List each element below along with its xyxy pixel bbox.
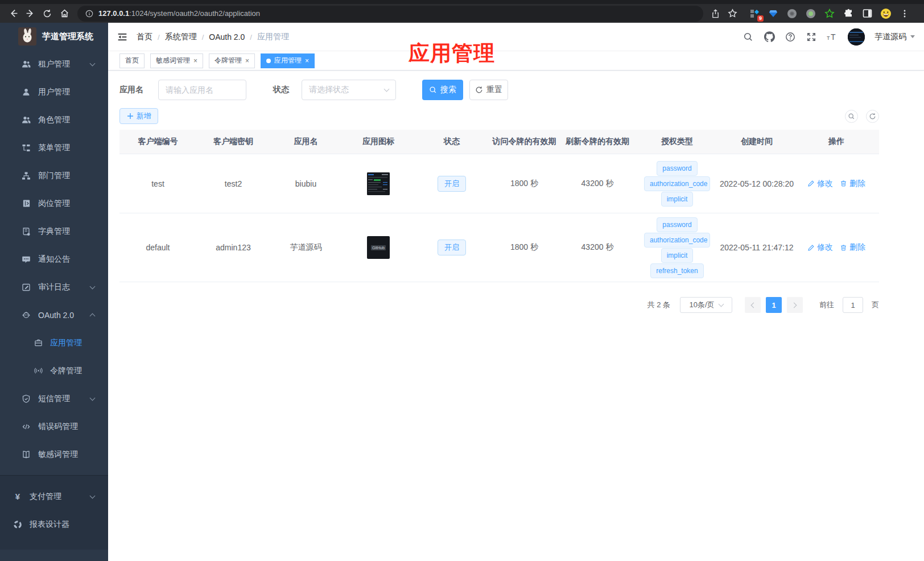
col-secret: 客户端密钥	[196, 137, 270, 147]
sidebar-item-role[interactable]: 角色管理	[0, 106, 108, 134]
sidebar-item-pay[interactable]: 支付管理	[0, 482, 108, 510]
sidebar-item-dept[interactable]: 部门管理	[0, 162, 108, 189]
user-avatar[interactable]	[848, 28, 865, 46]
search-button[interactable]: 搜索	[422, 80, 463, 100]
tab-application[interactable]: 应用管理 ×	[261, 53, 315, 68]
cell-secret: test2	[196, 179, 270, 188]
tab-home[interactable]: 首页	[119, 53, 145, 68]
grant-tag: password	[657, 217, 697, 232]
trash-icon	[840, 244, 847, 251]
tags-view: 首页 敏感词管理 × 令牌管理 × 应用管理 ×	[108, 51, 924, 71]
sidebar-item-menu[interactable]: 菜单管理	[0, 134, 108, 162]
app-logo-row[interactable]: 芋道管理系统	[0, 23, 108, 50]
log-edit-icon	[22, 283, 31, 292]
table-header-row: 客户端编号 客户端密钥 应用名 应用图标 状态 访问令牌的有效期 刷新令牌的有效…	[119, 130, 879, 154]
shield-check-icon	[22, 394, 31, 403]
browser-reload-icon[interactable]	[39, 6, 56, 22]
chevron-up-icon	[90, 313, 96, 319]
cell-access-ttl: 1800 秒	[488, 179, 560, 189]
tab-sensitive-word[interactable]: 敏感词管理 ×	[150, 53, 203, 68]
sidebar-item-oauth2-application[interactable]: 应用管理	[0, 329, 108, 357]
toggle-search-button[interactable]	[845, 110, 858, 123]
sidebar-item-post[interactable]: 岗位管理	[0, 189, 108, 217]
sidebar-item-sms[interactable]: 短信管理	[0, 385, 108, 412]
col-grant-types: 授权类型	[634, 137, 720, 147]
sidebar-item-oauth2[interactable]: OAuth 2.0	[0, 301, 108, 329]
main-area: 首页 系统管理 OAuth 2.0 应用管理 TT	[108, 23, 924, 561]
extension-gem-icon[interactable]	[768, 8, 779, 19]
emoji-extension-icon[interactable]	[880, 8, 892, 19]
address-bar[interactable]: 127.0.0.1:1024/system/oauth2/oauth2/appl…	[77, 6, 703, 22]
goto-page-input[interactable]	[843, 297, 863, 313]
close-icon[interactable]: ×	[245, 57, 249, 64]
sidebar-item-sensitive-word[interactable]: 敏感词管理	[0, 440, 108, 468]
sidebar-item-notice[interactable]: 通知公告	[0, 245, 108, 273]
status-tag: 开启	[438, 240, 466, 255]
prev-page-button[interactable]	[745, 297, 761, 313]
yen-icon	[13, 492, 22, 501]
sidebar-item-audit-log[interactable]: 审计日志	[0, 273, 108, 301]
fullscreen-icon[interactable]	[806, 31, 817, 43]
delete-button[interactable]: 删除	[840, 242, 865, 253]
browser-extensions: 9	[749, 8, 910, 19]
navbar-actions: TT 芋道源码	[742, 28, 915, 46]
breadcrumb-system[interactable]: 系统管理	[165, 32, 197, 42]
github-app-icon: GitHub	[367, 236, 390, 259]
sidebar-item-user[interactable]: 用户管理	[0, 78, 108, 106]
status-select[interactable]: 请选择状态	[302, 80, 396, 100]
browser-home-icon[interactable]	[56, 6, 73, 22]
extension-circle-icon[interactable]	[786, 8, 798, 19]
svg-text:T: T	[827, 35, 830, 40]
extension-dot-circle-icon[interactable]	[805, 8, 816, 19]
close-icon[interactable]: ×	[193, 57, 197, 64]
breadcrumb-oauth2[interactable]: OAuth 2.0	[209, 32, 245, 42]
sidebar-item-dict[interactable]: 字典管理	[0, 217, 108, 245]
bookmark-star-icon[interactable]	[724, 6, 741, 22]
user-icon	[22, 88, 31, 97]
sidebar-item-tenant[interactable]: 租户管理	[0, 50, 108, 78]
refresh-table-button[interactable]	[866, 110, 879, 123]
browser-back-icon[interactable]	[5, 6, 22, 22]
plus-icon	[127, 113, 134, 119]
app-name-input[interactable]	[158, 80, 246, 100]
chevron-down-icon	[90, 493, 96, 498]
font-size-icon[interactable]: TT	[827, 31, 838, 43]
breadcrumb-home[interactable]: 首页	[137, 32, 152, 42]
browser-forward-icon[interactable]	[22, 6, 39, 22]
edit-button[interactable]: 修改	[807, 179, 833, 189]
add-button[interactable]: 新增	[119, 108, 158, 124]
close-icon[interactable]: ×	[305, 57, 309, 64]
extension-puzzle-icon[interactable]	[843, 8, 854, 19]
current-page-button[interactable]: 1	[766, 297, 782, 313]
github-icon[interactable]	[764, 31, 775, 43]
sidebar-item-errorcode[interactable]: 错误码管理	[0, 412, 108, 440]
share-icon[interactable]	[707, 6, 724, 22]
cell-access-ttl: 1800 秒	[488, 242, 560, 253]
pagination: 共 2 条 10条/页 1 前往 页	[119, 297, 879, 313]
col-client-id: 客户端编号	[119, 137, 196, 147]
sidebar-item-oauth2-token[interactable]: 令牌管理	[0, 357, 108, 385]
total-count: 共 2 条	[647, 300, 670, 310]
cell-grant-types: password authorization_code implicit ref…	[634, 217, 720, 278]
help-icon[interactable]	[785, 31, 796, 43]
reset-button[interactable]: 重置	[469, 80, 508, 100]
extension-star-icon[interactable]	[824, 8, 835, 19]
extension-grid-icon[interactable]: 9	[749, 8, 760, 19]
org-tree-icon	[22, 171, 31, 180]
next-page-button[interactable]	[787, 297, 803, 313]
table-row: test test2 biubiu 开启 1800 秒 43200 秒 pass…	[119, 154, 879, 213]
tab-token[interactable]: 令牌管理 ×	[209, 53, 255, 68]
browser-menu-icon[interactable]	[899, 8, 910, 19]
app-name-label: 应用名	[119, 85, 143, 95]
trash-icon	[840, 180, 847, 187]
edit-button[interactable]: 修改	[807, 242, 833, 253]
badge-icon	[22, 199, 31, 208]
sidebar-toggle-icon[interactable]	[861, 8, 873, 19]
search-icon[interactable]	[742, 31, 754, 43]
chevron-down-icon	[90, 283, 96, 289]
sidebar-item-report-designer[interactable]: 报表设计器	[0, 510, 108, 538]
delete-button[interactable]: 删除	[840, 179, 865, 189]
page-size-select[interactable]: 10条/页	[680, 297, 732, 313]
user-menu[interactable]: 芋道源码	[874, 32, 915, 42]
sidebar-collapse-icon[interactable]	[117, 32, 127, 42]
